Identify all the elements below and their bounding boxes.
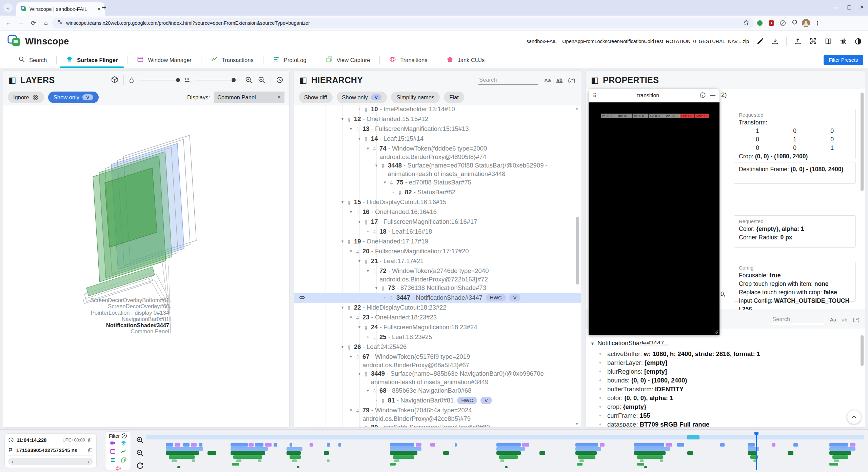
- layer-label[interactable]: ScreenDecorOverlayBottom#61: [90, 297, 169, 303]
- minimize-icon[interactable]: —: [833, 4, 839, 10]
- pin-icon[interactable]: [347, 115, 354, 124]
- match-word-toggle[interactable]: ab: [842, 317, 847, 322]
- hierarchy-node-68[interactable]: ▾68 - 885b63e NavigationBar0#68: [294, 386, 581, 396]
- expand-arrow-icon[interactable]: ▾: [338, 237, 347, 245]
- hierarchy-node-72[interactable]: ▾72 - WindowToken{a2746de type=2040 andr…: [294, 267, 581, 283]
- zoom-in-icon[interactable]: [245, 76, 253, 84]
- trace-segment[interactable]: [644, 466, 647, 468]
- extension-b-icon[interactable]: [766, 20, 777, 26]
- trace-segment[interactable]: [231, 443, 248, 447]
- expand-arrow-icon[interactable]: ▾: [338, 303, 347, 312]
- pin-icon[interactable]: [355, 313, 362, 323]
- stack-icon[interactable]: [121, 457, 126, 464]
- pin-icon[interactable]: [372, 144, 379, 154]
- expand-arrow-icon[interactable]: ▾: [338, 342, 347, 351]
- chart-icon[interactable]: [121, 449, 126, 456]
- home-icon[interactable]: ⌂: [40, 19, 52, 26]
- close-icon[interactable]: ✕: [860, 4, 864, 10]
- trace-segment[interactable]: [274, 443, 277, 447]
- trace-segment[interactable]: [829, 463, 838, 466]
- back-icon[interactable]: ←: [2, 19, 15, 26]
- regex-toggle[interactable]: (.*): [568, 77, 575, 83]
- hierarchy-node-24[interactable]: ▾24 - FullscreenMagnification:18:23#24: [294, 323, 581, 333]
- pin-icon[interactable]: [372, 333, 379, 342]
- trace-segment[interactable]: [772, 443, 776, 447]
- trace-segment[interactable]: [634, 443, 664, 447]
- pin-icon[interactable]: [363, 105, 371, 115]
- trace-segment[interactable]: [829, 451, 851, 455]
- trace-segment[interactable]: [496, 443, 521, 447]
- hierarchy-node-82[interactable]: •82 - StatusBar#82: [294, 188, 581, 198]
- tab-close-icon[interactable]: ✕: [97, 6, 101, 12]
- hierarchy-node-12[interactable]: ▾12 - OneHanded:15:15#12: [294, 115, 581, 124]
- hierarchy-node-80[interactable]: •80 - ace6abb SecondaryHomeHandle0#80: [294, 423, 581, 427]
- trace-segment[interactable]: [232, 463, 239, 466]
- trace-segment[interactable]: [390, 451, 417, 455]
- trace-segment[interactable]: [634, 451, 666, 455]
- reload-icon[interactable]: ⟳: [27, 19, 40, 27]
- info-icon[interactable]: [699, 92, 706, 100]
- pin-icon[interactable]: [363, 257, 371, 267]
- expand-arrow-icon[interactable]: ▾: [347, 313, 355, 321]
- reset-view-icon[interactable]: [276, 76, 284, 84]
- pin-icon[interactable]: [347, 303, 354, 313]
- trace-segment[interactable]: [575, 451, 597, 455]
- trace-segment[interactable]: [500, 459, 504, 462]
- trace-segment[interactable]: [290, 443, 292, 447]
- copy-icon[interactable]: [88, 437, 93, 442]
- hierarchy-node-17[interactable]: ▾17 - FullscreenMagnification:16:16#17: [294, 217, 581, 227]
- expand-arrow-icon[interactable]: ▾: [338, 115, 347, 123]
- trace-segment[interactable]: [637, 463, 644, 466]
- spacing-slider[interactable]: [195, 80, 235, 80]
- match-word-toggle[interactable]: ab: [556, 77, 563, 83]
- trace-segment[interactable]: [166, 451, 199, 455]
- trace-segment[interactable]: [208, 451, 216, 455]
- trace-segment[interactable]: [394, 459, 399, 462]
- timeline-zoom-in-icon[interactable]: [135, 435, 145, 445]
- download-icon[interactable]: [771, 38, 779, 45]
- trace-segment[interactable]: [788, 451, 793, 455]
- bookmark-star-icon[interactable]: [743, 19, 749, 27]
- trace-segment[interactable]: [183, 443, 190, 447]
- browser-tab[interactable]: Winscope | sandbox-FAIL ✕: [16, 2, 105, 16]
- hierarchy-node-20[interactable]: ▾20 - FullscreenMagnification:17:17#20: [294, 247, 581, 257]
- hierarchy-node-14[interactable]: ▾14 - Leaf:15:15#14: [294, 134, 581, 144]
- hierarchy-node-67[interactable]: ▾67 - WindowToken{e5176f9 type=2019 andr…: [294, 352, 581, 369]
- trace-segment[interactable]: [677, 443, 684, 447]
- hierarchy-node-26[interactable]: ▾26 - Leaf:24:25#26: [294, 342, 581, 352]
- maximize-icon[interactable]: ▢: [847, 4, 851, 10]
- trace-segment[interactable]: [231, 447, 268, 451]
- flat-chip[interactable]: Flat: [444, 92, 464, 103]
- expand-arrow-icon[interactable]: ▾: [372, 161, 380, 170]
- shortcuts-icon[interactable]: ⌘: [809, 37, 817, 46]
- pin-icon[interactable]: [389, 293, 396, 303]
- hierarchy-node-18[interactable]: •18 - Leaf:16:16#18: [294, 227, 581, 237]
- simplify-names-chip[interactable]: Simplify names: [391, 92, 440, 103]
- trace-tab-protolog[interactable]: ProtoLog: [263, 52, 316, 68]
- zoom-out-icon[interactable]: [258, 76, 266, 84]
- trace-segment[interactable]: [172, 459, 177, 462]
- browser-menu-icon[interactable]: [812, 20, 823, 26]
- copy-icon[interactable]: [88, 448, 93, 453]
- trace-segment[interactable]: [175, 443, 180, 447]
- hierarchy-node-3447[interactable]: •3447 - NotificationShade#3447HWCV: [294, 293, 581, 303]
- hierarchy-node-10[interactable]: •10 - ImePlaceholder:13:14#10: [294, 105, 581, 115]
- pin-icon[interactable]: [355, 247, 362, 257]
- transition-window[interactable]: ⠿ transition — P: 0 / 1dX: 0.0dY: 0.0Xv:…: [589, 89, 719, 335]
- hierarchy-node-74[interactable]: ▾74 - WindowToken{fdddbe6 type=2000 andr…: [294, 144, 581, 161]
- trace-segment[interactable]: [577, 463, 583, 466]
- trace-segment[interactable]: [666, 443, 672, 447]
- trace-segment[interactable]: [748, 443, 755, 447]
- trace-segment[interactable]: [236, 459, 241, 462]
- property-node[interactable]: •barrierLayer: [empty]: [586, 358, 865, 367]
- minimize-icon[interactable]: —: [710, 93, 715, 99]
- timeline-zoom-out-icon[interactable]: [135, 448, 145, 458]
- trace-segment[interactable]: [287, 451, 301, 455]
- edit-icon[interactable]: [756, 38, 764, 45]
- trace-tab-view-capture[interactable]: View Capture: [316, 52, 380, 68]
- hierarchy-node-3448[interactable]: ▾3448 - Surface(name=ed70f88 StatusBar)/…: [294, 161, 581, 178]
- trace-tab-transitions[interactable]: Transitions: [380, 52, 437, 68]
- extension-a-icon[interactable]: [754, 20, 766, 26]
- trace-segment[interactable]: [832, 455, 848, 459]
- trace-segment[interactable]: [258, 459, 261, 462]
